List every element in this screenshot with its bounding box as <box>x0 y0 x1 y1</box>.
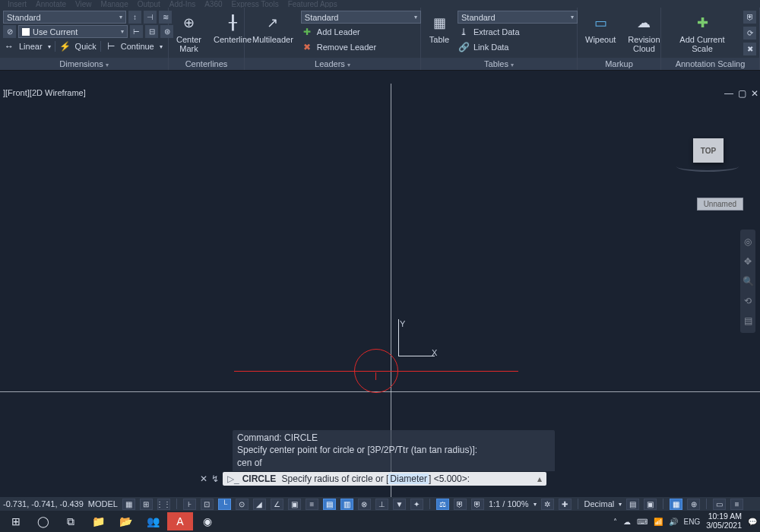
cmdline-close-icon[interactable]: ✕ <box>200 473 207 484</box>
taskbar-app-folder[interactable]: 📂 <box>112 512 138 530</box>
close-button[interactable]: ✕ <box>751 88 758 99</box>
add-leader-button[interactable]: ✚Add Leader <box>301 25 421 39</box>
tray-language[interactable]: ENG <box>684 518 701 526</box>
dyninput-toggle[interactable]: ⊡ <box>201 499 214 510</box>
coords-readout[interactable]: -0.731, -0.741, -0.439 <box>3 499 84 508</box>
wipeout-button[interactable]: ▭ Wipeout <box>581 11 620 46</box>
osnap-toggle[interactable]: ▣ <box>288 499 301 510</box>
view-cube-ring[interactable] <box>676 161 739 172</box>
linear-button[interactable]: ↔Linear▾ <box>3 40 51 53</box>
view-name-badge[interactable]: Unnamed <box>697 198 743 211</box>
space-readout[interactable]: MODEL <box>88 499 118 508</box>
viewport-label[interactable]: ][Front][2D Wireframe] <box>3 88 86 97</box>
minimize-button[interactable]: — <box>724 88 733 99</box>
scale-sync-button[interactable]: ⟳ <box>743 27 756 40</box>
nav-pan-icon[interactable]: ✥ <box>742 255 754 268</box>
search-button[interactable]: ◯ <box>30 512 56 530</box>
grid-toggle[interactable]: ▦ <box>122 499 135 510</box>
selection-cycling-toggle[interactable]: ▥ <box>340 499 353 510</box>
cmdline-customize-icon[interactable]: ↯ <box>211 473 219 484</box>
centerlines-panel: ⊕ Center Mark ╂ Centerline Centerlines <box>169 8 245 70</box>
nav-orbit-icon[interactable]: ⟲ <box>742 295 754 307</box>
taskbar-app-autocad[interactable]: A <box>167 512 193 530</box>
snap-toggle[interactable]: ⊞ <box>140 499 153 510</box>
isolate-objects-toggle[interactable]: ▦ <box>670 499 682 510</box>
nav-wheel-icon[interactable]: ◎ <box>742 236 754 248</box>
menu-addins[interactable]: Add-Ins <box>169 0 195 8</box>
dim-update-button[interactable]: ↕ <box>128 11 141 24</box>
taskbar-app-explorer[interactable]: 📁 <box>85 512 111 530</box>
annotation-scale[interactable]: ✚ <box>559 499 572 510</box>
ortho-toggle[interactable]: └ <box>218 499 231 510</box>
workspace-switching[interactable]: ✲ <box>541 499 554 510</box>
tray-volume-icon[interactable]: 🔊 <box>669 518 678 526</box>
transparency-toggle[interactable]: ▤ <box>323 499 336 510</box>
tray-wifi-icon[interactable]: 📶 <box>654 518 663 526</box>
tray-cloud-icon[interactable]: ☁ <box>623 518 631 526</box>
tray-keyboard-icon[interactable]: ⌨ <box>637 518 648 526</box>
quick-properties-toggle[interactable]: ▤ <box>626 499 639 510</box>
taskbar-app-teams[interactable]: 👥 <box>140 512 166 530</box>
task-view-button[interactable]: ⧉ <box>58 512 84 530</box>
tablestyle-combo[interactable]: Standard <box>458 11 578 24</box>
gizmo-toggle[interactable]: ✦ <box>410 499 423 510</box>
quick-button[interactable]: ⚡Quick <box>59 40 97 53</box>
isodraft-toggle[interactable]: ◢ <box>253 499 266 510</box>
tray-notifications-icon[interactable]: 💬 <box>748 518 757 526</box>
multileader-button[interactable]: ↗ Multileader <box>248 11 298 46</box>
dim-baseline-button[interactable]: ⊢ <box>130 25 143 38</box>
revcloud-button[interactable]: ☁ Revision Cloud <box>623 11 664 55</box>
customization-button[interactable]: ≡ <box>730 499 743 510</box>
center-mark-button[interactable]: ⊕ Center Mark <box>172 11 206 55</box>
taskbar-app-obs[interactable]: ◉ <box>195 512 220 530</box>
menu-output[interactable]: Output <box>138 0 160 8</box>
dim-arc-button[interactable]: ⊘ <box>3 25 16 38</box>
clean-screen-toggle[interactable]: ▭ <box>713 499 726 510</box>
menu-insert[interactable]: Insert <box>8 0 27 8</box>
table-button[interactable]: ▦ Table <box>424 11 454 46</box>
grid-display-toggle[interactable]: ⋮⋮ <box>157 499 170 510</box>
dimlayer-combo[interactable]: Use Current <box>18 25 128 38</box>
nav-zoom-icon[interactable]: 🔍 <box>742 275 754 287</box>
menu-a360[interactable]: A360 <box>204 0 222 8</box>
scale-list-button[interactable]: ⛨ <box>743 11 756 24</box>
command-input[interactable]: ▷_ CIRCLE Specify radius of circle or [ … <box>223 472 546 486</box>
tray-chevron-icon[interactable]: ˄ <box>613 518 617 526</box>
cmd-option-diameter[interactable]: Diameter <box>388 473 429 484</box>
menu-express[interactable]: Express Tools <box>232 0 279 8</box>
nav-showmotion-icon[interactable]: ▤ <box>742 315 754 327</box>
view-cube[interactable]: TOP <box>693 138 724 163</box>
scale-del-button[interactable]: ✖ <box>743 43 756 55</box>
remove-leader-button[interactable]: ✖Remove Leader <box>301 40 421 54</box>
zoom-scale-readout[interactable]: 1:1 / 100% <box>489 499 529 508</box>
lock-ui-toggle[interactable]: ▣ <box>644 499 657 510</box>
dyn-ucs-toggle[interactable]: ⊥ <box>375 499 388 510</box>
anno-vis-toggle[interactable]: ⛨ <box>454 499 467 510</box>
anno-monitor-toggle[interactable]: ⛨ <box>471 499 484 510</box>
extract-data-button[interactable]: ⤓Extract Data <box>458 25 578 39</box>
cmd-recent-icon[interactable]: ▴ <box>537 473 542 484</box>
menu-manage[interactable]: Manage <box>101 0 128 8</box>
dim-break-button[interactable]: ⊣ <box>144 11 157 24</box>
start-button[interactable]: ⊞ <box>3 512 29 530</box>
units-readout[interactable]: Decimal <box>584 499 615 508</box>
polar-toggle[interactable]: ⊙ <box>236 499 249 510</box>
autoscale-toggle[interactable]: ⚖ <box>436 499 449 510</box>
selection-filter-toggle[interactable]: ▼ <box>393 499 406 510</box>
lineweight-toggle[interactable]: ≡ <box>306 499 318 510</box>
menu-featured[interactable]: Featured Apps <box>288 0 337 8</box>
mleaderstyle-combo[interactable]: Standard <box>301 11 421 24</box>
3dosnap-toggle[interactable]: ⊗ <box>358 499 371 510</box>
infer-toggle[interactable]: ⊦ <box>183 499 196 510</box>
dimstyle-combo[interactable]: Standard <box>3 11 126 24</box>
otrack-toggle[interactable]: ∠ <box>271 499 283 510</box>
maximize-button[interactable]: ▢ <box>738 88 746 99</box>
add-scale-button[interactable]: ✚ Add Current Scale <box>664 11 740 55</box>
dim-spacing-button[interactable]: ⊟ <box>145 25 158 38</box>
menu-annotate[interactable]: Annotate <box>36 0 66 8</box>
menu-view[interactable]: View <box>75 0 92 8</box>
tray-clock[interactable]: 10:19 AM 3/05/2021 <box>706 512 742 530</box>
hardware-accel-toggle[interactable]: ⊕ <box>687 499 700 510</box>
link-data-button[interactable]: 🔗Link Data <box>458 40 578 54</box>
continue-button[interactable]: ⊢Continue▾ <box>105 40 163 53</box>
